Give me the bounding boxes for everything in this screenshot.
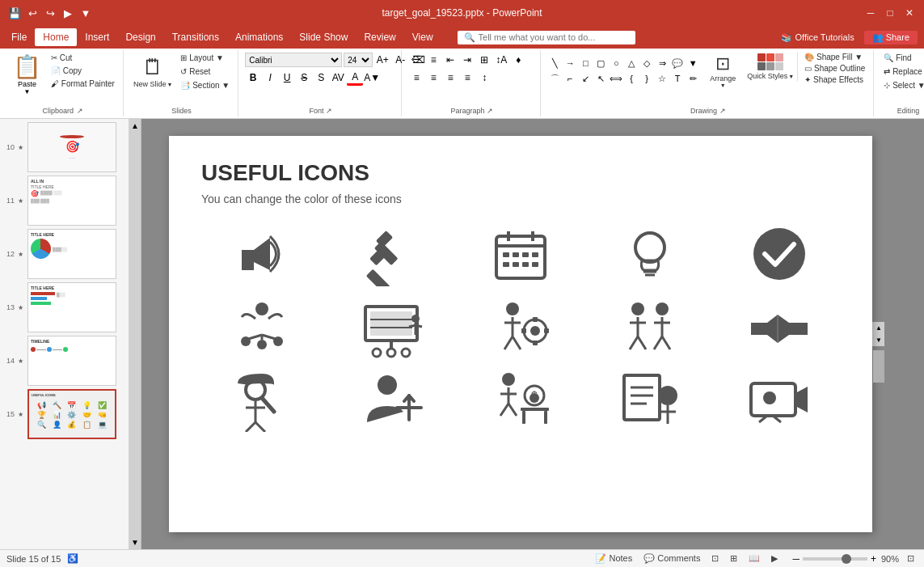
zoom-out-button[interactable]: ─ bbox=[792, 553, 800, 565]
minimize-button[interactable]: ─ bbox=[863, 6, 879, 19]
present-button[interactable]: ▶ bbox=[60, 5, 76, 21]
freeform-shape[interactable]: ✏ bbox=[686, 71, 700, 86]
menu-animations[interactable]: Animations bbox=[227, 28, 291, 46]
undo-button[interactable]: ↩ bbox=[24, 5, 40, 21]
slide-thumb-13[interactable]: 13 ★ TITLE HERE ▓▒▒ bbox=[3, 282, 125, 332]
bend-shape[interactable]: ⌐ bbox=[563, 71, 577, 86]
align-right-button[interactable]: ≡ bbox=[442, 70, 458, 86]
maximize-button[interactable]: □ bbox=[882, 6, 898, 19]
icon-tools[interactable] bbox=[331, 222, 452, 286]
paste-button[interactable]: 📋 Paste ▼ bbox=[8, 52, 46, 97]
scroll-up-arrow[interactable]: ▲ bbox=[873, 322, 884, 334]
curve-shape[interactable]: ⌒ bbox=[547, 71, 562, 86]
font-color-button[interactable]: A bbox=[347, 70, 363, 86]
slide-panel[interactable]: 10 ★ 🎯 ..... 11 ★ AL bbox=[0, 119, 129, 549]
search-input[interactable] bbox=[479, 32, 624, 42]
spacing-button[interactable]: AV bbox=[330, 70, 346, 86]
menu-insert[interactable]: Insert bbox=[77, 28, 117, 46]
copy-button[interactable]: 📄 Copy bbox=[48, 65, 118, 77]
smart-art-button[interactable]: ♦ bbox=[510, 52, 526, 68]
bold-button[interactable]: B bbox=[245, 70, 261, 86]
italic-button[interactable]: I bbox=[262, 70, 278, 86]
menu-slideshow[interactable]: Slide Show bbox=[291, 28, 356, 46]
layout-button[interactable]: ⊞ Layout ▼ bbox=[177, 52, 233, 64]
icon-calendar[interactable] bbox=[460, 222, 581, 286]
normal-view-button[interactable]: ⊡ bbox=[708, 553, 722, 564]
find-button[interactable]: 🔍 Find bbox=[880, 52, 924, 64]
share-button[interactable]: 👥 Share bbox=[864, 31, 918, 44]
bracket-shape[interactable]: { bbox=[624, 71, 639, 86]
scroll-down-arrow[interactable]: ▼ bbox=[873, 334, 884, 346]
slide-thumb-10[interactable]: 10 ★ 🎯 ..... bbox=[3, 122, 125, 172]
shape-effects-button[interactable]: ✦ Shape Effects bbox=[801, 74, 868, 85]
align-left-button[interactable]: ≡ bbox=[408, 70, 424, 86]
quick-styles-button[interactable]: Quick Styles ▼ bbox=[744, 52, 798, 82]
menu-design[interactable]: Design bbox=[117, 28, 163, 46]
connector-shape[interactable]: ↙ bbox=[578, 71, 593, 86]
customize-button[interactable]: ▼ bbox=[78, 5, 94, 21]
icon-detective[interactable] bbox=[201, 367, 323, 432]
columns-button[interactable]: ⊞ bbox=[476, 52, 492, 68]
diamond-shape[interactable]: ◇ bbox=[639, 56, 654, 70]
star-shape[interactable]: ☆ bbox=[655, 71, 669, 86]
callout-shape[interactable]: 💬 bbox=[670, 56, 685, 70]
icon-lightbulb[interactable] bbox=[589, 222, 711, 286]
justify-button[interactable]: ≡ bbox=[459, 70, 475, 86]
replace-button[interactable]: ⇄ Replace ▼ bbox=[880, 66, 924, 78]
menu-file[interactable]: File bbox=[3, 28, 35, 46]
icon-checkmark[interactable] bbox=[719, 222, 840, 286]
icon-salary[interactable]: $ bbox=[460, 367, 581, 432]
comments-button[interactable]: 💬 Comments bbox=[640, 553, 703, 564]
reset-button[interactable]: ↺ Reset bbox=[177, 66, 233, 78]
icon-megaphone[interactable] bbox=[201, 222, 323, 286]
text-highlight-button[interactable]: A▼ bbox=[364, 70, 380, 86]
slide-thumb-14[interactable]: 14 ★ TIMELINE bbox=[3, 336, 125, 386]
shape-fill-button[interactable]: 🎨 Shape Fill ▼ bbox=[801, 52, 868, 62]
rounded-rect-shape[interactable]: ▢ bbox=[593, 56, 608, 70]
icon-video-call[interactable] bbox=[719, 367, 840, 432]
section-button[interactable]: 📑 Section ▼ bbox=[177, 79, 233, 91]
slide-thumb-11[interactable]: 11 ★ ALL IN TITLE HERE 🎯 ▓▓▓▓ ▒▒▒ ▓▓▓ ▓▓… bbox=[3, 176, 125, 226]
bullets-button[interactable]: ☰ bbox=[408, 52, 424, 68]
menu-home[interactable]: Home bbox=[35, 28, 77, 46]
zoom-in-button[interactable]: + bbox=[871, 553, 876, 565]
scroll-thumb[interactable] bbox=[873, 350, 884, 383]
fit-slide-button[interactable]: ⊡ bbox=[904, 553, 918, 564]
increase-font-button[interactable]: A+ bbox=[374, 52, 390, 68]
vertical-scrollbar[interactable]: ▲ ▼ bbox=[872, 322, 884, 346]
connector2-shape[interactable]: ↖ bbox=[593, 71, 608, 86]
arrow-right-shape[interactable]: ⇒ bbox=[655, 56, 669, 70]
align-center-button[interactable]: ≡ bbox=[425, 70, 441, 86]
double-arrow-shape[interactable]: ⟺ bbox=[609, 71, 623, 86]
oval-shape[interactable]: ○ bbox=[609, 56, 623, 70]
menu-transitions[interactable]: Transitions bbox=[164, 28, 227, 46]
reading-view-button[interactable]: 📖 bbox=[745, 553, 763, 564]
arrange-button[interactable]: ⊡ Arrange ▼ bbox=[705, 52, 740, 90]
icon-worker-gear[interactable] bbox=[460, 294, 581, 359]
icon-presentation[interactable] bbox=[331, 294, 452, 359]
icon-discussion[interactable] bbox=[589, 294, 711, 359]
numbering-button[interactable]: ≡ bbox=[425, 52, 441, 68]
scroll-down-button[interactable]: ▼ bbox=[129, 535, 141, 549]
save-button[interactable]: 💾 bbox=[6, 5, 23, 21]
strikethrough-button[interactable]: S bbox=[296, 70, 312, 86]
triangle-shape[interactable]: △ bbox=[624, 56, 639, 70]
accessibility-button[interactable]: ♿ bbox=[67, 553, 78, 564]
underline-button[interactable]: U bbox=[279, 70, 295, 86]
menu-review[interactable]: Review bbox=[356, 28, 403, 46]
rect-shape[interactable]: □ bbox=[578, 56, 593, 70]
icon-presenter[interactable] bbox=[201, 294, 323, 359]
line-shape[interactable]: ╲ bbox=[547, 56, 562, 70]
increase-indent-button[interactable]: ⇥ bbox=[459, 52, 475, 68]
decrease-indent-button[interactable]: ⇤ bbox=[442, 52, 458, 68]
icon-person-add[interactable] bbox=[331, 367, 452, 432]
slide-thumb-15[interactable]: 15 ★ USEFUL ICONS 📢 🔨 📅 💡 ✅ 🏆 📊 ⚙️ 🤝 bbox=[3, 389, 125, 439]
more-shapes[interactable]: ▼ bbox=[686, 56, 700, 70]
zoom-slider[interactable] bbox=[803, 557, 867, 561]
arrow-shape[interactable]: → bbox=[563, 56, 577, 70]
new-slide-button[interactable]: 🗒 New Slide ▼ bbox=[130, 53, 175, 90]
icon-handshake[interactable] bbox=[719, 294, 840, 359]
shape-outline-button[interactable]: ▭ Shape Outline bbox=[801, 63, 868, 74]
text-direction-button[interactable]: ↕A bbox=[493, 52, 509, 68]
text-box-shape[interactable]: T bbox=[670, 71, 685, 86]
